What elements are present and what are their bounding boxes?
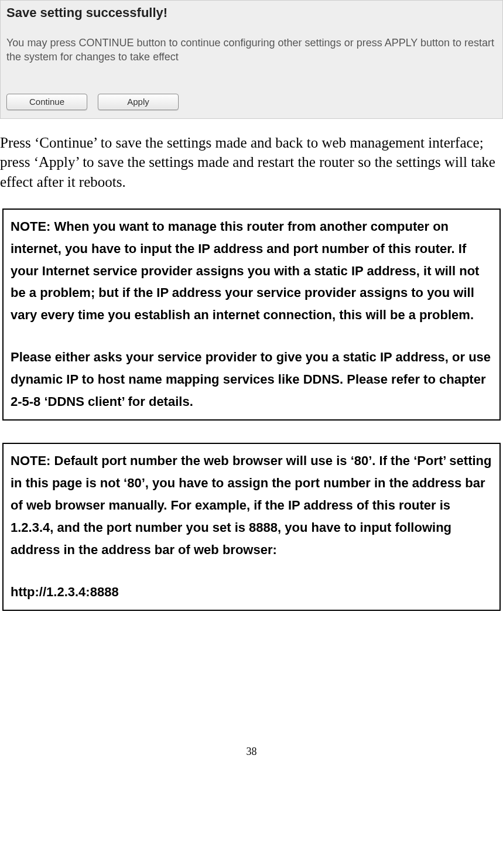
- dialog-title: Save setting successfully!: [6, 5, 497, 20]
- note1-paragraph2: Please either asks your service provider…: [11, 346, 492, 412]
- instruction-paragraph: Press ‘Continue’ to save the settings ma…: [0, 133, 502, 192]
- apply-button[interactable]: Apply: [98, 94, 179, 110]
- dialog-message: You may press CONTINUE button to continu…: [6, 36, 497, 64]
- page-number: 38: [0, 746, 503, 764]
- note2-paragraph1: NOTE: Default port number the web browse…: [11, 450, 492, 561]
- note-box-1: NOTE: When you want to manage this route…: [2, 209, 501, 421]
- note1-paragraph1: NOTE: When you want to manage this route…: [11, 216, 492, 326]
- note2-url: http://1.2.3.4:8888: [11, 581, 492, 603]
- save-settings-dialog: Save setting successfully! You may press…: [0, 0, 503, 119]
- note-box-2: NOTE: Default port number the web browse…: [2, 443, 501, 611]
- dialog-button-row: Continue Apply: [6, 94, 497, 110]
- continue-button[interactable]: Continue: [6, 94, 87, 110]
